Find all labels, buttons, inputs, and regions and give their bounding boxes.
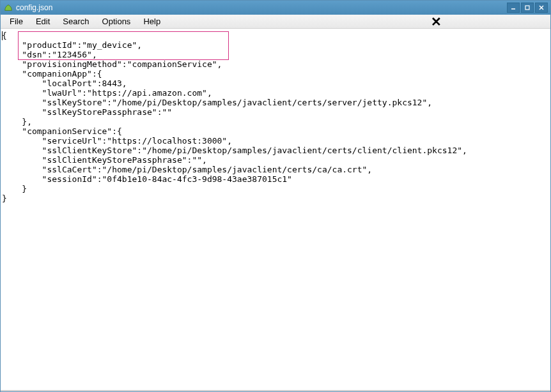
menu-edit[interactable]: Edit — [29, 15, 56, 27]
code-line: "sslKeyStore":"/home/pi/Desktop/samples/… — [2, 98, 432, 107]
code-line: { — [2, 31, 7, 40]
text-editor-area[interactable]: { "productId":"my_device", "dsn":"123456… — [1, 29, 550, 390]
menu-help[interactable]: Help — [137, 15, 167, 27]
code-line: "sslClientKeyStorePassphrase":"", — [2, 155, 207, 165]
code-line: } — [2, 184, 27, 193]
code-line: "sessionId":"0f4b1e10-84ac-4fc3-9d98-43a… — [2, 174, 292, 184]
minimize-button[interactable] — [507, 3, 520, 13]
code-line: "localPort":8443, — [2, 79, 127, 88]
statusbar — [1, 390, 550, 391]
tab-close-icon[interactable]: ✕ — [431, 15, 442, 28]
code-line: } — [2, 193, 7, 203]
code-line: "serviceUrl":"https://localhost:3000", — [2, 136, 232, 146]
menu-file[interactable]: File — [3, 15, 29, 27]
code-line: "companionApp":{ — [2, 69, 102, 79]
menubar: File Edit Search Options Help ✕ — [1, 15, 550, 29]
code-line: "lwaUrl":"https://api.amazon.com", — [2, 88, 212, 98]
code-line: "sslKeyStorePassphrase":"" — [2, 107, 172, 117]
code-line: "sslCaCert":"/home/pi/Desktop/samples/ja… — [2, 165, 372, 174]
menu-search[interactable]: Search — [56, 15, 95, 27]
app-icon — [3, 3, 13, 13]
window-title: config.json — [16, 3, 507, 12]
editor-window: config.json File Edit Search Options Hel… — [0, 0, 551, 392]
window-controls — [507, 3, 548, 13]
svg-rect-1 — [525, 6, 529, 10]
maximize-button[interactable] — [521, 3, 534, 13]
close-button[interactable] — [535, 3, 548, 13]
titlebar[interactable]: config.json — [1, 1, 550, 15]
code-line: "provisioningMethod":"companionService", — [2, 59, 222, 69]
code-line: "dsn":"123456", — [2, 50, 97, 59]
code-line: }, — [2, 117, 32, 126]
code-line: "companionService":{ — [2, 126, 122, 136]
code-line: "productId":"my_device", — [2, 40, 142, 50]
menu-options[interactable]: Options — [96, 15, 137, 27]
code-line: "sslClientKeyStore":"/home/pi/Desktop/sa… — [2, 146, 467, 155]
